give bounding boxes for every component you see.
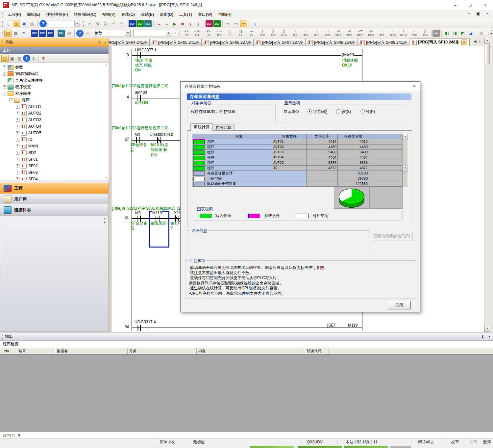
ladder-symbol-button[interactable]: ↑↑aF7 [311, 29, 322, 38]
data-select-combo[interactable]: 参数▼ [93, 30, 131, 37]
pane-grip[interactable] [2, 40, 4, 45]
expand-icon[interactable]: + [16, 177, 19, 180]
menu-item[interactable]: 视图(V) [99, 11, 118, 18]
mdi-restore-icon[interactable]: ▣ [475, 11, 481, 16]
toolbar-overflow-icon[interactable]: »▾ [491, 29, 492, 35]
redo-icon[interactable]: ↷ [118, 20, 125, 27]
monitor-start-icon[interactable]: ▶ [171, 20, 178, 27]
window-tile-icon[interactable]: ▭ [232, 20, 239, 27]
pane-grip[interactable] [2, 334, 3, 340]
table-row[interactable]: 程序 IO 4872 4872 [192, 166, 407, 171]
nav-overflow-icon[interactable]: »▾ [104, 217, 106, 224]
radio-byte-label[interactable]: 字节(B) [313, 109, 326, 114]
expand-icon[interactable]: + [3, 72, 6, 76]
chevron-down-icon[interactable]: ▼ [166, 30, 171, 36]
capacity-table[interactable]: 对象 对象文件 文件大小 存储器容量 程序 AUTO1 4012 4012 [192, 134, 407, 187]
radio-step-label[interactable]: 步(S) [342, 109, 351, 114]
ladder-symbol-button[interactable]: ╳cF10 [279, 29, 289, 38]
expand-icon[interactable]: + [16, 158, 19, 161]
pin-icon[interactable]: ↧ [96, 40, 102, 44]
chevron-down-icon[interactable]: ▼ [125, 30, 130, 36]
tree-item[interactable]: +IO [0, 136, 109, 143]
tree-item[interactable]: +AUTO2 [0, 110, 109, 117]
ladder-symbol-button[interactable]: ⊣⊦saF5 [333, 29, 343, 38]
separator[interactable] [441, 30, 442, 37]
tree-item[interactable]: +SF02 [0, 163, 109, 169]
set-instruction[interactable]: [SET [327, 323, 336, 328]
print-icon[interactable]: ▥ [29, 20, 36, 27]
tree-item[interactable]: +MAIN [0, 143, 109, 149]
separator[interactable] [476, 30, 476, 37]
online-write-icon[interactable]: → [155, 20, 162, 27]
no-contact[interactable] [136, 52, 141, 58]
expand-icon[interactable]: + [16, 112, 19, 115]
menu-item[interactable]: 转换/编译(C) [71, 11, 99, 18]
device-comment-list-icon[interactable]: DEV [31, 30, 38, 37]
remote-operation-icon[interactable]: ▯ [251, 20, 258, 27]
device-select-combo[interactable]: ▼ [133, 30, 171, 37]
chevron-down-icon[interactable]: ▼ [74, 21, 80, 27]
tab-close-icon[interactable]: × [461, 40, 467, 45]
refresh-icon[interactable]: ↻ [30, 55, 37, 62]
table-row[interactable]: 驱动器的全部容量 122880 [192, 181, 407, 187]
device-label[interactable]: SM400 [134, 90, 147, 95]
tree-item[interactable]: +SF04 [0, 176, 109, 180]
menu-item[interactable]: 搜索/替换(F) [43, 11, 71, 18]
statement-edit-icon[interactable]: ◨ [451, 30, 458, 37]
table-row[interactable]: 程序 AUTO3 9400 9400 [192, 150, 407, 155]
mdi-minimize-icon[interactable]: – [466, 11, 472, 16]
ladder-symbol-button[interactable]: ↑↑sF7 [290, 29, 300, 38]
editor-tab[interactable]: [PRG]写入 SF08 254步 [306, 39, 357, 46]
tree-item[interactable]: +程序设置 [0, 84, 109, 90]
ladder-symbol-button[interactable]: ╳aF9 [420, 29, 430, 38]
ladder-symbol-button[interactable]: ∟F10 [409, 29, 419, 38]
table-row[interactable]: 存储器容量合计 83100 [192, 171, 407, 176]
close-icon[interactable]: × [409, 84, 420, 89]
close-button[interactable]: 关闭 [388, 301, 411, 309]
editor-tab[interactable]: [PRG]写入 SF06 237步 [202, 39, 254, 46]
open-file-icon[interactable]: ▨ [13, 20, 20, 27]
ladder-symbol-button[interactable]: ⊣⊦saF6 [344, 29, 354, 38]
separator[interactable] [29, 30, 29, 37]
toolbar-grip[interactable] [83, 21, 85, 27]
scroll-down-icon[interactable]: ∨ [105, 176, 107, 179]
help2-icon[interactable]: ? [76, 30, 84, 37]
tree-item[interactable]: +SD2 [0, 149, 109, 156]
tree-item[interactable]: -程序 [0, 97, 109, 103]
mdi-close-icon[interactable]: × [484, 11, 490, 16]
sidebar-button-用户库[interactable]: 用户库 [0, 194, 109, 204]
menu-item[interactable]: 帮助(H) [215, 11, 234, 18]
save-icon[interactable]: ▣ [21, 20, 28, 27]
menu-item[interactable]: 诊断(D) [157, 11, 176, 18]
coil[interactable]: (M549 [341, 52, 354, 57]
tab-offline-calc[interactable]: 离线计算 [190, 123, 213, 131]
toolbar-grip[interactable] [2, 12, 3, 17]
menu-item[interactable]: 窗口(W) [195, 11, 215, 18]
data-property-icon[interactable]: i [23, 55, 30, 62]
program-editor-icon[interactable]: ≡ [20, 30, 27, 37]
device-batch-monitor-icon[interactable]: DEV [206, 20, 213, 27]
device-label[interactable]: U0\G3377.1 [135, 48, 157, 52]
ladder-symbol-button[interactable]: ╳cF9 [268, 29, 278, 38]
editor-tab[interactable]: [PRG]写入 SF04 241步 [109, 39, 150, 46]
separator[interactable] [204, 20, 204, 27]
expand-icon[interactable]: + [16, 125, 19, 128]
ladder-symbol-button[interactable]: |sF9 [257, 29, 267, 38]
radio-percent-label[interactable]: %(P) [366, 109, 375, 114]
separator[interactable] [38, 55, 39, 62]
table-vertical-scrollbar[interactable]: ▲ ▼ [402, 134, 407, 171]
close-icon[interactable]: × [486, 334, 493, 339]
pane-splitter[interactable]: ▪▪▪▪▪▪▪▪▪ [0, 180, 109, 183]
radio-byte[interactable] [308, 109, 312, 114]
scrollbar-thumb[interactable] [485, 44, 490, 64]
new-file-icon[interactable]: ▢ [5, 20, 12, 27]
window-cascade-icon[interactable]: ▭ [224, 20, 232, 27]
device-label[interactable]: U0\G3317.4 [134, 320, 156, 324]
toolbar-grip[interactable] [2, 21, 3, 27]
device-label[interactable]: M0 [134, 132, 140, 137]
ladder-symbol-button[interactable]: ⊣ ⊢F5 [181, 29, 191, 38]
device-reference-icon[interactable]: DEV [47, 30, 54, 37]
copy-data-icon[interactable]: ▣ [9, 55, 16, 62]
tree-item[interactable]: +参数 [0, 64, 109, 70]
tree-item[interactable]: -程序部件 [0, 90, 109, 97]
